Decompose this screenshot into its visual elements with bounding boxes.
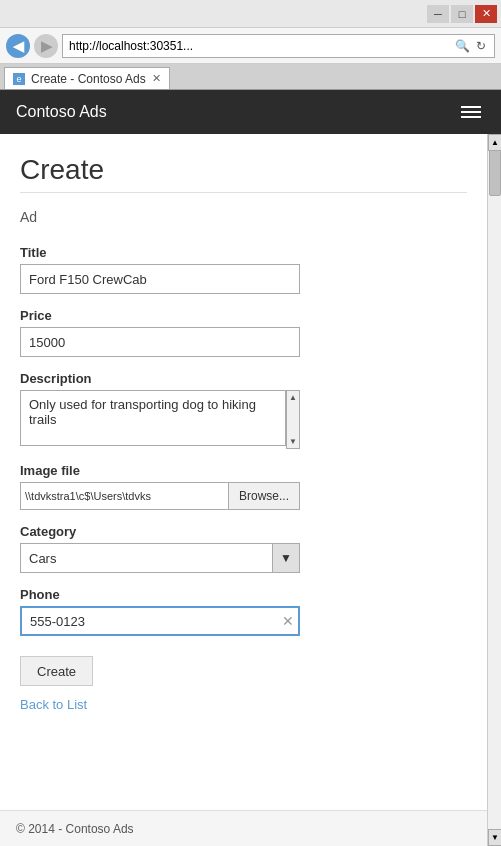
price-field-group: Price <box>20 308 467 357</box>
hamburger-line-2 <box>461 111 481 113</box>
forward-button[interactable]: ▶ <box>34 34 58 58</box>
tab-label: Create - Contoso Ads <box>31 72 146 86</box>
menu-button[interactable] <box>457 102 485 122</box>
create-button[interactable]: Create <box>20 656 93 686</box>
price-label: Price <box>20 308 467 323</box>
divider <box>20 192 467 193</box>
scroll-up-arrow[interactable]: ▲ <box>488 134 501 151</box>
tab-close-button[interactable]: ✕ <box>152 72 161 85</box>
app-title: Contoso Ads <box>16 103 457 121</box>
image-label: Image file <box>20 463 467 478</box>
address-icons: 🔍 ↻ <box>453 39 488 53</box>
phone-input[interactable] <box>20 606 300 636</box>
browse-button[interactable]: Browse... <box>229 482 300 510</box>
main-content: Create Ad Title Price Description Only u… <box>0 134 487 846</box>
phone-wrapper: ✕ <box>20 606 300 636</box>
maximize-button[interactable]: □ <box>451 5 473 23</box>
description-label: Description <box>20 371 467 386</box>
browser-titlebar: ─ □ ✕ <box>0 0 501 28</box>
back-to-list-link[interactable]: Back to List <box>20 697 87 712</box>
description-wrapper: Only used for transporting dog to hiking… <box>20 390 300 449</box>
browser-addressbar: ◀ ▶ 🔍 ↻ <box>0 28 501 64</box>
hamburger-line-3 <box>461 116 481 118</box>
category-select[interactable]: Cars Real estate Free stuff <box>20 543 300 573</box>
description-textarea[interactable]: Only used for transporting dog to hiking… <box>20 390 286 446</box>
phone-field-group: Phone ✕ <box>20 587 467 636</box>
page-footer: © 2014 - Contoso Ads <box>0 810 487 846</box>
phone-label: Phone <box>20 587 467 602</box>
hamburger-line-1 <box>461 106 481 108</box>
phone-clear-button[interactable]: ✕ <box>282 614 294 628</box>
search-icon[interactable]: 🔍 <box>453 39 472 53</box>
page-title: Create <box>20 154 467 186</box>
page-scrollbar[interactable]: ▲ ▼ <box>487 134 501 846</box>
description-scroll-down[interactable]: ▼ <box>289 435 297 448</box>
back-button[interactable]: ◀ <box>6 34 30 58</box>
description-scroll-up[interactable]: ▲ <box>289 391 297 404</box>
app-header: Contoso Ads <box>0 90 501 134</box>
category-label: Category <box>20 524 467 539</box>
refresh-icon[interactable]: ↻ <box>474 39 488 53</box>
minimize-button[interactable]: ─ <box>427 5 449 23</box>
category-field-group: Category Cars Real estate Free stuff ▼ <box>20 524 467 573</box>
description-field-group: Description Only used for transporting d… <box>20 371 467 449</box>
title-label: Title <box>20 245 467 260</box>
address-bar[interactable]: 🔍 ↻ <box>62 34 495 58</box>
address-input[interactable] <box>69 39 453 53</box>
footer-text: © 2014 - Contoso Ads <box>16 822 134 836</box>
scroll-down-arrow[interactable]: ▼ <box>488 829 501 846</box>
file-input-wrapper: Browse... <box>20 482 300 510</box>
browser-tabs: e Create - Contoso Ads ✕ <box>0 64 501 90</box>
file-path-input[interactable] <box>20 482 229 510</box>
page-subtitle: Ad <box>20 209 467 225</box>
title-input[interactable] <box>20 264 300 294</box>
tab-favicon: e <box>13 73 25 85</box>
active-tab[interactable]: e Create - Contoso Ads ✕ <box>4 67 170 89</box>
close-button[interactable]: ✕ <box>475 5 497 23</box>
image-field-group: Image file Browse... <box>20 463 467 510</box>
window-controls: ─ □ ✕ <box>427 5 497 23</box>
title-field-group: Title <box>20 245 467 294</box>
description-scrollbar[interactable]: ▲ ▼ <box>286 390 300 449</box>
category-select-wrapper: Cars Real estate Free stuff ▼ <box>20 543 300 573</box>
price-input[interactable] <box>20 327 300 357</box>
